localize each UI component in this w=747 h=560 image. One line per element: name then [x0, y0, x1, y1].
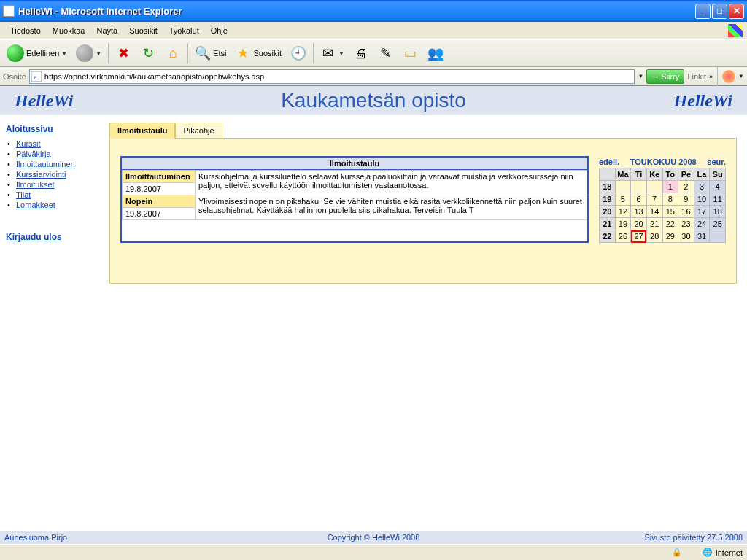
- stop-button[interactable]: ✖: [112, 42, 135, 64]
- print-button[interactable]: 🖨: [349, 42, 373, 64]
- menu-file[interactable]: Tiedosto: [4, 24, 47, 37]
- calendar-day[interactable]: 31: [694, 230, 710, 243]
- main-panel: Ilmoitustaulu Pikaohje Ilmoitustaulu Ilm…: [109, 115, 747, 531]
- edit-icon: ✎: [378, 45, 394, 61]
- calendar-day[interactable]: 25: [710, 218, 726, 230]
- menu-edit[interactable]: Muokkaa: [47, 24, 91, 37]
- stop-icon: ✖: [115, 45, 131, 61]
- calendar-day[interactable]: 24: [694, 218, 710, 230]
- calendar-day[interactable]: 13: [631, 206, 647, 218]
- calendar-table: MaTiKeToPeLaSu18123419567891011201213141…: [599, 168, 726, 243]
- refresh-button[interactable]: ↻: [136, 42, 160, 64]
- calendar-day[interactable]: 16: [678, 206, 694, 218]
- calendar-day[interactable]: 21: [646, 218, 662, 230]
- calendar-day[interactable]: 18: [710, 206, 726, 218]
- forward-button[interactable]: ▼: [72, 42, 105, 64]
- calendar-day[interactable]: 5: [615, 193, 631, 206]
- calendar-row: 2012131415161718: [600, 206, 726, 218]
- sidebar-item-lomakkeet[interactable]: Lomakkeet: [16, 201, 55, 209]
- calendar-day[interactable]: 15: [662, 206, 678, 218]
- calendar-day[interactable]: 26: [615, 230, 631, 243]
- separator: [187, 43, 188, 63]
- address-dropdown-icon[interactable]: ▼: [638, 73, 643, 79]
- calendar-day[interactable]: 9: [678, 193, 694, 206]
- calendar-day[interactable]: 27: [631, 230, 647, 243]
- calendar-title[interactable]: TOUKOKUU 2008: [630, 158, 697, 166]
- calendar-day[interactable]: 8: [662, 193, 678, 206]
- messenger-button[interactable]: 👥: [424, 42, 447, 64]
- announcements-header: Ilmoitustaulu: [122, 158, 587, 170]
- calendar-day[interactable]: 3: [694, 181, 710, 193]
- calendar-day[interactable]: 2: [678, 181, 694, 193]
- calendar-dow: Su: [710, 168, 726, 181]
- sidebar-item-paivakirja[interactable]: Päiväkirja: [16, 149, 51, 158]
- tab-ilmoitustaulu[interactable]: Ilmoitustaulu: [109, 122, 175, 139]
- window-minimize-button[interactable]: _: [695, 4, 711, 19]
- back-button[interactable]: Edellinen▼: [3, 42, 71, 64]
- norton-icon[interactable]: [722, 70, 735, 83]
- sidebar-item-ilmoitukset[interactable]: Ilmoitukset: [16, 180, 55, 189]
- messenger-icon: 👥: [427, 45, 444, 61]
- menu-help[interactable]: Ohje: [205, 24, 233, 37]
- announcements-table: Ilmoitustaulu Ilmoittautuminen Kurssiohj…: [120, 156, 589, 243]
- sidebar-item-kurssiarviointi[interactable]: Kurssiarviointi: [16, 170, 66, 179]
- announce-row-text: Kurssiohjelma ja kurssiluettelo selaavat…: [196, 171, 587, 195]
- calendar-day[interactable]: 4: [710, 181, 726, 193]
- calendar-day[interactable]: 14: [646, 206, 662, 218]
- sidebar-item-kurssit[interactable]: Kurssit: [16, 139, 41, 148]
- brand-logo-left: HelleWi: [15, 91, 73, 111]
- table-row: Ilmoittautuminen Kurssiohjelma ja kurssi…: [123, 171, 587, 183]
- edit-button[interactable]: ✎: [374, 42, 398, 64]
- search-button[interactable]: 🔍Etsi: [191, 42, 230, 64]
- ie-logo-icon: [728, 24, 743, 37]
- calendar-day: 20: [600, 206, 616, 218]
- sidebar-home-link[interactable]: Aloitussivu: [6, 124, 104, 134]
- sidebar-item-ilmoittautuminen[interactable]: Ilmoittautuminen: [16, 160, 75, 168]
- favorites-button[interactable]: ★Suosikit: [231, 42, 285, 64]
- calendar-day[interactable]: 12: [615, 206, 631, 218]
- calendar-day[interactable]: 22: [662, 218, 678, 230]
- calendar-prev-link[interactable]: edell.: [599, 158, 619, 166]
- calendar-day[interactable]: 28: [646, 230, 662, 243]
- calendar-day[interactable]: 19: [615, 218, 631, 230]
- go-button[interactable]: → Siirry: [646, 69, 684, 84]
- browser-statusbar: 🔒 🌐 Internet: [0, 544, 747, 560]
- nav-toolbar: Edellinen▼ ▼ ✖ ↻ ⌂ 🔍Etsi ★Suosikit 🕘 ✉▼ …: [0, 39, 747, 67]
- calendar-day[interactable]: 17: [694, 206, 710, 218]
- window-maximize-button[interactable]: □: [712, 4, 727, 19]
- calendar-day[interactable]: 6: [631, 193, 647, 206]
- home-button[interactable]: ⌂: [161, 42, 185, 64]
- announce-row-date: 19.8.2007: [123, 183, 196, 195]
- separator: [313, 43, 314, 63]
- calendar-day[interactable]: 10: [694, 193, 710, 206]
- footer-user: Aunesluoma Pirjo: [4, 533, 248, 542]
- chevron-down-icon: ▼: [338, 50, 344, 57]
- window-close-button[interactable]: ✕: [729, 4, 744, 19]
- calendar-day[interactable]: 20: [631, 218, 647, 230]
- mail-button[interactable]: ✉▼: [317, 42, 348, 64]
- tab-pikaohje[interactable]: Pikaohje: [175, 122, 222, 139]
- sidebar-signout-link[interactable]: Kirjaudu ulos: [6, 232, 104, 242]
- menu-tools[interactable]: Työkalut: [163, 24, 205, 37]
- address-input[interactable]: [29, 69, 635, 84]
- calendar-day[interactable]: 7: [646, 193, 662, 206]
- calendar-day[interactable]: 23: [678, 218, 694, 230]
- calendar-day[interactable]: 30: [678, 230, 694, 243]
- globe-icon: 🌐: [703, 548, 713, 557]
- menu-favorites[interactable]: Suosikit: [123, 24, 163, 37]
- menu-view[interactable]: Näytä: [90, 24, 123, 37]
- calendar-day[interactable]: 11: [710, 193, 726, 206]
- refresh-icon: ↻: [140, 45, 156, 61]
- sidebar-item-tilat[interactable]: Tilat: [16, 190, 31, 199]
- calendar-day[interactable]: 1: [662, 181, 678, 193]
- calendar-day[interactable]: 29: [662, 230, 678, 243]
- menu-bar: Tiedosto Muokkaa Näytä Suosikit Työkalut…: [0, 22, 747, 39]
- calendar-next-link[interactable]: seur.: [707, 158, 726, 166]
- links-expand-icon[interactable]: »: [709, 73, 713, 80]
- discuss-button[interactable]: ▭: [399, 42, 422, 64]
- links-label[interactable]: Linkit: [687, 72, 706, 81]
- history-button[interactable]: 🕘: [287, 42, 310, 64]
- announce-row-date: 19.8.2007: [123, 208, 196, 220]
- announce-row-head: Ilmoittautuminen: [123, 171, 196, 183]
- calendar-row: 181234: [600, 181, 726, 193]
